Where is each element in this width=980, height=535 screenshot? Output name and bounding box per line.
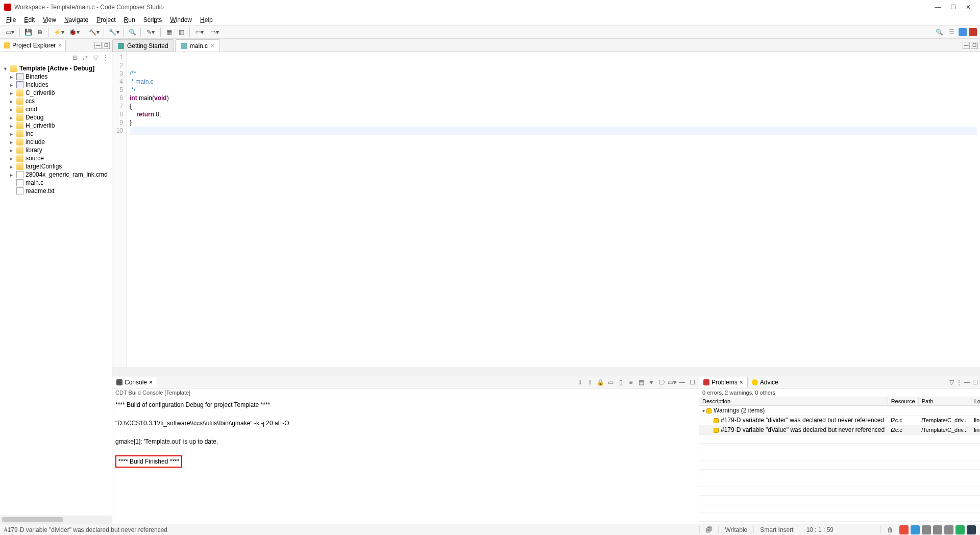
highlight-button[interactable]: ✎▾ xyxy=(143,27,158,38)
problem-row[interactable]: #179-D variable "divider" was declared b… xyxy=(699,416,980,425)
minimize-view-icon[interactable]: — xyxy=(677,378,687,387)
chevron-right-icon[interactable]: ▸ xyxy=(8,82,14,88)
filter-icon[interactable]: ▽ xyxy=(949,379,954,386)
display-icon[interactable]: 🖵 xyxy=(657,378,666,387)
chevron-right-icon[interactable]: ▸ xyxy=(8,90,14,96)
close-icon[interactable]: × xyxy=(149,379,153,386)
lock-icon[interactable]: 🔒 xyxy=(596,378,605,387)
close-icon[interactable]: × xyxy=(211,42,214,50)
tree-item[interactable]: ▸source xyxy=(0,154,112,162)
menu-scripts[interactable]: Scripts xyxy=(139,15,166,25)
minimize-editor-icon[interactable]: — xyxy=(963,42,970,49)
tools-button[interactable]: 🔧▾ xyxy=(107,27,121,38)
col-resource[interactable]: Resource xyxy=(888,397,918,406)
maximize-view-icon[interactable]: ☐ xyxy=(103,42,110,49)
problem-row[interactable]: #179-D variable "dValue" was declared bu… xyxy=(699,425,980,435)
console-output[interactable]: **** Build of configuration Debug for pr… xyxy=(112,397,699,524)
status-icon[interactable]: 🗐 xyxy=(699,526,718,533)
menu-run[interactable]: Run xyxy=(120,15,139,25)
ime-tool-icon[interactable] xyxy=(922,525,931,534)
chevron-right-icon[interactable]: ▸ xyxy=(8,164,14,169)
chevron-down-icon[interactable]: ▾ xyxy=(2,66,8,71)
save-button[interactable]: 💾 xyxy=(22,27,34,38)
new-console-icon[interactable]: ▭▾ xyxy=(667,378,676,387)
menu-view[interactable]: View xyxy=(39,15,60,25)
ime-lang-icon[interactable] xyxy=(911,525,920,534)
up-icon[interactable]: ⇧ xyxy=(585,378,595,387)
open-console-icon[interactable]: ▾ xyxy=(647,378,656,387)
tree-item[interactable]: ▸library xyxy=(0,146,112,154)
close-icon[interactable]: × xyxy=(58,42,61,49)
editor-body[interactable]: 1 2 3 4 5 6 7 8 9 10 /** * main.c */int … xyxy=(112,52,980,368)
minimize-button[interactable]: — xyxy=(930,2,945,13)
word-wrap-icon[interactable]: ≡ xyxy=(626,378,635,387)
menu-window[interactable]: Window xyxy=(166,15,196,25)
ime-icon[interactable] xyxy=(899,525,909,534)
filter-icon[interactable]: ▽ xyxy=(91,54,100,62)
console-tab[interactable]: Console × xyxy=(112,377,157,387)
menu-navigate[interactable]: Navigate xyxy=(60,15,92,25)
tab-main-c[interactable]: main.c × xyxy=(175,39,220,52)
link-editor-icon[interactable]: ⇄ xyxy=(81,54,89,62)
view-menu-icon[interactable]: ⋮ xyxy=(956,379,962,386)
minimize-view-icon[interactable]: — xyxy=(94,42,102,49)
ccs-edit-perspective-icon[interactable] xyxy=(959,28,967,36)
quick-access-icon[interactable]: 🔍 xyxy=(934,27,945,38)
chevron-right-icon[interactable]: ▸ xyxy=(8,115,14,120)
editor-hscroll[interactable] xyxy=(112,368,980,376)
chevron-right-icon[interactable]: ▸ xyxy=(8,139,14,145)
tree-item[interactable]: ▸main.c xyxy=(0,179,112,187)
explorer-tab[interactable]: Project Explorer × xyxy=(0,40,66,51)
tree-item[interactable]: ▸C_driverlib xyxy=(0,89,112,97)
problems-tab[interactable]: Problems × xyxy=(699,377,748,387)
maximize-editor-icon[interactable]: ☐ xyxy=(971,42,978,49)
menu-help[interactable]: Help xyxy=(196,15,217,25)
minimize-view-icon[interactable]: — xyxy=(964,379,970,386)
ime-tool-icon[interactable] xyxy=(967,525,976,534)
menu-file[interactable]: File xyxy=(2,15,20,25)
warnings-group[interactable]: ▾ Warnings (2 items) xyxy=(699,406,980,416)
close-icon[interactable]: × xyxy=(740,379,743,386)
new-button[interactable]: ▭▾ xyxy=(3,27,17,38)
search-button[interactable]: 🔍 xyxy=(127,27,138,38)
menu-project[interactable]: Project xyxy=(92,15,119,25)
pin-icon[interactable]: ⇩ xyxy=(575,378,584,387)
col-location[interactable]: Location xyxy=(971,397,980,406)
col-path[interactable]: Path xyxy=(918,397,971,406)
tree-item[interactable]: ▸Debug xyxy=(0,113,112,121)
col-description[interactable]: Description xyxy=(699,397,888,406)
tree-item[interactable]: ▸readme.txt xyxy=(0,187,112,195)
tree-item[interactable]: ▸inc xyxy=(0,130,112,138)
build-button[interactable]: 🔨▾ xyxy=(87,27,101,38)
ime-tool-icon[interactable] xyxy=(933,525,942,534)
close-button[interactable]: ✕ xyxy=(961,2,976,13)
save-all-button[interactable]: 🗎 xyxy=(35,27,46,38)
tree-item[interactable]: ▸include xyxy=(0,138,112,146)
tree-root[interactable]: ▾ Template [Active - Debug] xyxy=(0,64,112,72)
back-button[interactable]: ⇦▾ xyxy=(192,27,207,38)
maximize-button[interactable]: ☐ xyxy=(945,2,961,13)
forward-button[interactable]: ⇨▾ xyxy=(208,27,222,38)
chevron-right-icon[interactable]: ▸ xyxy=(8,156,14,161)
tree-item[interactable]: ▸Binaries xyxy=(0,72,112,81)
code-content[interactable]: /** * main.c */int main(void){ return 0;… xyxy=(127,52,980,368)
tree-item[interactable]: ▸28004x_generic_ram_lnk.cmd xyxy=(0,171,112,179)
show-console-icon[interactable]: ▤ xyxy=(636,378,646,387)
toggle2-button[interactable]: ▥ xyxy=(176,27,187,38)
debug-button[interactable]: 🐞▾ xyxy=(67,27,81,38)
chevron-right-icon[interactable]: ▸ xyxy=(8,148,14,153)
maximize-view-icon[interactable]: ☐ xyxy=(688,378,697,387)
toggle1-button[interactable]: ▦ xyxy=(163,27,175,38)
chevron-right-icon[interactable]: ▸ xyxy=(8,74,14,80)
scroll-lock-icon[interactable]: ▯ xyxy=(616,378,625,387)
chevron-right-icon[interactable]: ▸ xyxy=(8,131,14,137)
chevron-right-icon[interactable]: ▸ xyxy=(8,107,14,112)
view-menu-icon[interactable]: ⋮ xyxy=(102,54,110,62)
flash-button[interactable]: ⚡▾ xyxy=(52,27,66,38)
explorer-hscroll[interactable] xyxy=(0,516,112,524)
open-perspective-icon[interactable]: ☰ xyxy=(946,27,957,38)
chevron-right-icon[interactable]: ▸ xyxy=(8,172,14,178)
maximize-view-icon[interactable]: ☐ xyxy=(972,379,978,386)
ccs-debug-perspective-icon[interactable] xyxy=(969,28,977,36)
collapse-all-icon[interactable]: ⊟ xyxy=(71,54,79,62)
